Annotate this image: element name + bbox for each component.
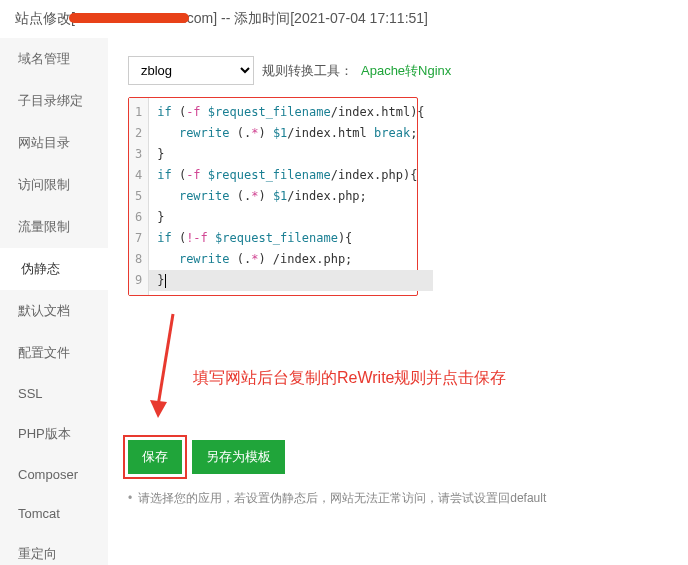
sidebar-item-tomcat[interactable]: Tomcat xyxy=(0,494,108,533)
header-prefix: 站点修改[ xyxy=(15,10,75,26)
svg-line-0 xyxy=(158,314,173,406)
hint-text: 请选择您的应用，若设置伪静态后，网站无法正常访问，请尝试设置回default xyxy=(128,490,668,507)
button-row: 保存 另存为模板 xyxy=(128,440,668,474)
save-button[interactable]: 保存 xyxy=(128,440,182,474)
dialog-header: 站点修改[.com] -- 添加时间[2021-07-04 17:11:51] xyxy=(0,0,688,38)
sidebar-item-rewrite[interactable]: 伪静态 xyxy=(0,248,108,290)
save-template-button[interactable]: 另存为模板 xyxy=(192,440,285,474)
sidebar-item-sitedir[interactable]: 网站目录 xyxy=(0,122,108,164)
sidebar: 域名管理 子目录绑定 网站目录 访问限制 流量限制 伪静态 默认文档 配置文件 … xyxy=(0,38,108,565)
redaction-bar xyxy=(69,13,189,23)
sidebar-item-composer[interactable]: Composer xyxy=(0,455,108,494)
code-editor[interactable]: 123456789 if (-f $request_filename/index… xyxy=(129,98,417,295)
line-gutter: 123456789 xyxy=(129,98,149,295)
arrow-icon xyxy=(138,306,188,431)
code-content[interactable]: if (-f $request_filename/index.html){ re… xyxy=(149,98,432,295)
header-time: -- 添加时间[2021-07-04 17:11:51] xyxy=(217,10,428,26)
sidebar-item-domain[interactable]: 域名管理 xyxy=(0,38,108,80)
main-panel: zblog 规则转换工具： Apache转Nginx 123456789 if … xyxy=(108,38,688,565)
annotation-text: 填写网站后台复制的ReWrite规则并点击保存 xyxy=(193,368,507,389)
sidebar-item-access[interactable]: 访问限制 xyxy=(0,164,108,206)
sidebar-item-traffic[interactable]: 流量限制 xyxy=(0,206,108,248)
annotation-area: 填写网站后台复制的ReWrite规则并点击保存 xyxy=(128,306,668,436)
sidebar-item-config[interactable]: 配置文件 xyxy=(0,332,108,374)
sidebar-item-default-doc[interactable]: 默认文档 xyxy=(0,290,108,332)
sidebar-item-ssl[interactable]: SSL xyxy=(0,374,108,413)
code-editor-highlight-box: 123456789 if (-f $request_filename/index… xyxy=(128,97,418,296)
convert-label: 规则转换工具： xyxy=(262,62,353,80)
svg-marker-1 xyxy=(150,400,167,418)
text-cursor xyxy=(165,274,166,288)
convert-link[interactable]: Apache转Nginx xyxy=(361,62,451,80)
template-select[interactable]: zblog xyxy=(128,56,254,85)
toolbar: zblog 规则转换工具： Apache转Nginx xyxy=(128,56,668,85)
sidebar-item-subdir[interactable]: 子目录绑定 xyxy=(0,80,108,122)
sidebar-item-redirect[interactable]: 重定向 xyxy=(0,533,108,565)
sidebar-item-php[interactable]: PHP版本 xyxy=(0,413,108,455)
